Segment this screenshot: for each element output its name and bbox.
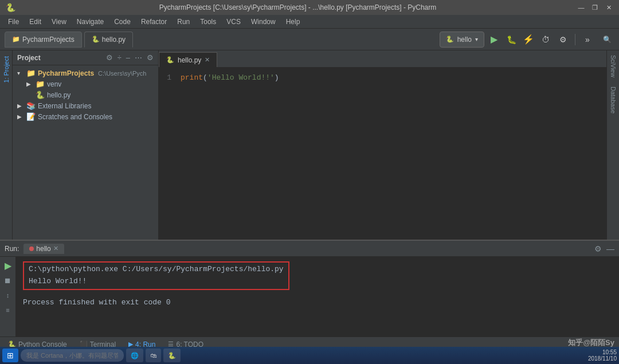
- pycharm-icon: 🐍: [168, 352, 176, 359]
- run-config-dropdown-icon: ▾: [475, 36, 478, 42]
- tree-path: C:\Users\sy\Pych: [96, 70, 146, 77]
- console-output[interactable]: C:\python\python.exe C:/Users/sy/Pycharm…: [16, 257, 619, 336]
- tree-label: Scratches and Consoles: [38, 113, 112, 121]
- project-panel: Project ⚙ ÷ – ⋯ ⚙ ▾ 📁 PycharmProjects C:…: [13, 50, 159, 240]
- project-title: Project: [17, 54, 101, 62]
- tab-python-icon: 🐍: [166, 56, 174, 64]
- main-content: 1: Project Project ⚙ ÷ – ⋯ ⚙ ▾ 📁 Pycharm…: [0, 50, 619, 240]
- editor-tab-label: hello.py: [178, 56, 201, 64]
- tree-item-scratches[interactable]: ▶ 📝 Scratches and Consoles: [13, 111, 158, 122]
- more-button[interactable]: »: [580, 32, 595, 47]
- tree-item-pycharmprojects[interactable]: ▾ 📁 PycharmProjects C:\Users\sy\Pych: [13, 68, 158, 79]
- taskbar-search[interactable]: [21, 349, 124, 362]
- app-icon: 🐍: [6, 3, 15, 12]
- toolbar-file-label: hello.py: [102, 36, 126, 44]
- library-icon: 📚: [26, 101, 36, 110]
- project-gear-icon[interactable]: ⚙: [147, 53, 154, 62]
- code-content[interactable]: print('Hello World!!'): [176, 72, 606, 235]
- coverage-button[interactable]: ⚡: [521, 32, 536, 47]
- sciview-panel-label[interactable]: SciView: [609, 50, 618, 82]
- store-icon: 🛍: [150, 352, 156, 359]
- taskbar-app-store[interactable]: 🛍: [146, 349, 161, 362]
- start-button[interactable]: ⊞: [2, 349, 18, 362]
- tree-item-venv[interactable]: ▶ 📁 venv: [13, 79, 158, 89]
- menu-run[interactable]: Run: [173, 17, 194, 27]
- toolbar-tab-project[interactable]: 📁 PycharmProjects: [5, 32, 82, 48]
- run-config-selector[interactable]: 🐍 hello ▾: [440, 32, 484, 48]
- profile-button[interactable]: ⏱: [538, 32, 553, 47]
- menu-edit[interactable]: Edit: [25, 17, 46, 27]
- project-options-icon[interactable]: ⋯: [135, 53, 142, 62]
- run-status-dot: [29, 246, 34, 251]
- menu-tools[interactable]: Tools: [195, 17, 221, 27]
- left-panel-label: 1: Project: [0, 50, 13, 240]
- debug-button[interactable]: 🐛: [504, 32, 519, 47]
- run-button[interactable]: ▶: [487, 32, 502, 47]
- project-settings-icon[interactable]: ⚙: [106, 53, 113, 62]
- run-left-buttons: ▶ ⏹ ↕ ≡: [0, 257, 16, 336]
- bottom-area: Run: hello ✕ ⚙ — ▶ ⏹ ↕ ≡ C:\python\pytho…: [0, 240, 619, 351]
- concurrency-button[interactable]: ⚙: [555, 32, 570, 47]
- menu-view[interactable]: View: [47, 17, 71, 27]
- tree-label: External Libraries: [38, 102, 91, 110]
- menu-file[interactable]: File: [3, 17, 23, 27]
- run-scroll-button[interactable]: ↕: [2, 289, 14, 302]
- minimize-button[interactable]: —: [577, 3, 586, 12]
- window-title: PycharmProjects [C:\Users\sy\PycharmProj…: [19, 3, 577, 11]
- run-output: ▶ ⏹ ↕ ≡ C:\python\python.exe C:/Users/sy…: [0, 257, 619, 336]
- menu-navigate[interactable]: Navigate: [72, 17, 108, 27]
- taskbar-date: 2018/11/10: [588, 355, 617, 362]
- run-tab-label: hello: [36, 245, 50, 253]
- expand-arrow-icon: ▶: [17, 113, 24, 120]
- close-button[interactable]: ✕: [604, 3, 613, 12]
- project-tree: ▾ 📁 PycharmProjects C:\Users\sy\Pych ▶ 📁…: [13, 65, 158, 240]
- restore-button[interactable]: ❐: [590, 3, 600, 12]
- run-config-label: hello: [457, 36, 472, 44]
- project-collapse-icon[interactable]: –: [126, 53, 130, 62]
- run-settings-icon[interactable]: ⚙: [594, 244, 602, 253]
- run-tab-hello[interactable]: hello ✕: [23, 244, 64, 254]
- tree-item-hello-py[interactable]: ▶ 🐍 hello.py: [13, 89, 158, 100]
- menu-help[interactable]: Help: [281, 17, 305, 27]
- search-button[interactable]: 🔍: [600, 32, 614, 47]
- expand-arrow-icon: ▶: [26, 81, 33, 87]
- tree-label: PycharmProjects: [38, 69, 94, 77]
- database-panel-label[interactable]: Database: [609, 82, 618, 118]
- editor-tab-hello[interactable]: 🐍 hello.py ✕: [159, 52, 217, 67]
- project-panel-label[interactable]: 1: Project: [2, 53, 11, 86]
- tree-label: venv: [47, 80, 61, 88]
- project-expand-icon[interactable]: ÷: [117, 53, 122, 62]
- run-play-button[interactable]: ▶: [2, 259, 14, 272]
- expand-arrow-icon: ▶: [17, 103, 24, 109]
- folder-icon: 📁: [26, 69, 36, 77]
- run-minimize-icon[interactable]: —: [606, 244, 614, 253]
- menu-vcs[interactable]: VCS: [222, 17, 245, 27]
- menu-window[interactable]: Window: [246, 17, 280, 27]
- toolbar-separator: [575, 34, 575, 45]
- run-tab-close[interactable]: ✕: [53, 245, 58, 252]
- taskbar-clock: 10:55 2018/11/10: [588, 349, 617, 362]
- menu-code[interactable]: Code: [109, 17, 135, 27]
- title-bar: 🐍 PycharmProjects [C:\Users\sy\PycharmPr…: [0, 0, 619, 15]
- ie-icon: 🌐: [131, 352, 139, 359]
- toolbar-project-label: PycharmProjects: [22, 36, 75, 44]
- taskbar-time: 10:55: [588, 349, 617, 355]
- run-label: Run:: [5, 245, 19, 253]
- run-list-button[interactable]: ≡: [2, 304, 14, 316]
- tree-item-external-libraries[interactable]: ▶ 📚 External Libraries: [13, 100, 158, 111]
- taskbar: ⊞ 🌐 🛍 🐍 10:55 2018/11/10: [0, 347, 619, 364]
- editor-area: 🐍 hello.py ✕ 1 print('Hello World!!'): [159, 50, 606, 240]
- python-file-icon: 🐍: [36, 91, 45, 99]
- output-status: Process finished with exit code 0: [23, 297, 612, 309]
- code-editor[interactable]: 1 print('Hello World!!'): [159, 68, 606, 240]
- taskbar-app-ie[interactable]: 🌐: [126, 349, 143, 362]
- scratches-icon: 📝: [26, 112, 36, 121]
- toolbar-tab-file[interactable]: 🐍 hello.py: [84, 32, 133, 48]
- taskbar-app-pycharm[interactable]: 🐍: [163, 349, 181, 362]
- toolbar: 📁 PycharmProjects 🐍 hello.py 🐍 hello ▾ ▶…: [0, 29, 619, 50]
- expand-arrow-icon: ▾: [17, 70, 24, 76]
- run-stop-button[interactable]: ⏹: [2, 274, 14, 287]
- tab-close-icon[interactable]: ✕: [205, 56, 210, 64]
- right-sidebar: SciView Database: [606, 50, 619, 240]
- menu-refactor[interactable]: Refactor: [136, 17, 171, 27]
